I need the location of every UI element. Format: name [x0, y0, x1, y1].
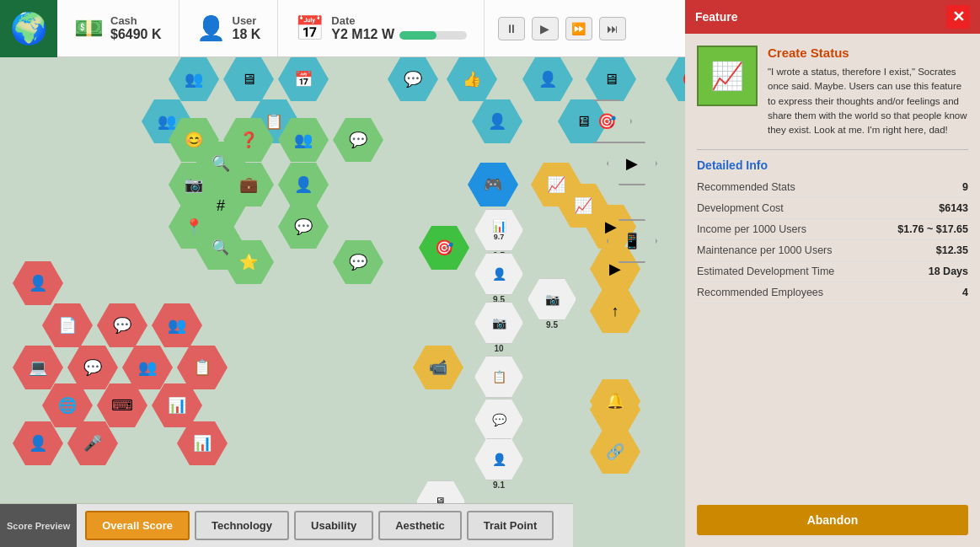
globe-icon: 🌍 [0, 0, 57, 57]
hex-cell[interactable]: 👤 [472, 99, 522, 143]
score-tab-overall-score[interactable]: Overall Score [85, 511, 190, 540]
hex-cell[interactable]: 🖥 [586, 57, 636, 101]
date-progress [399, 31, 436, 40]
date-block: 📅 Date Y2 M12 W [278, 0, 485, 56]
cash-value: $6490 K [110, 27, 162, 42]
close-button[interactable]: ✕ [946, 5, 970, 29]
score-tab-technology[interactable]: Technology [195, 511, 289, 540]
feature-info: Create Status "I wrote a status, therefo… [768, 46, 968, 137]
feature-description: "I wrote a status, therefore I exist," S… [768, 65, 968, 137]
hex-cell[interactable]: 👤 [13, 421, 63, 465]
score-tab-usability[interactable]: Usability [294, 511, 373, 540]
info-row: Estimated Development Time18 Days [697, 261, 968, 282]
hex-cell[interactable]: 👤 [522, 57, 573, 101]
hex-active[interactable]: 🎯 [419, 226, 469, 270]
play-button[interactable]: ▶ [532, 17, 559, 40]
info-row: Recommended Employees4 [697, 282, 968, 303]
score-tab-aesthetic[interactable]: Aesthetic [378, 511, 462, 540]
info-label: Recommended Stats [697, 181, 795, 193]
feature-body: 📈 Create Status "I wrote a status, there… [685, 34, 980, 149]
info-label: Development Cost [697, 202, 784, 214]
date-label: Date [331, 14, 467, 27]
pause-button[interactable]: ⏸ [498, 17, 525, 40]
hex-cell[interactable]: ▶ [607, 142, 657, 185]
hex-cell[interactable]: 💬 [278, 205, 329, 249]
info-label: Estimated Development Time [697, 265, 834, 277]
hex-cell[interactable]: 📄 [42, 303, 93, 347]
hex-cell[interactable]: 👥 [152, 303, 202, 347]
info-value: 4 [962, 287, 968, 298]
detailed-info-header: Detailed Info [685, 150, 980, 177]
info-value: $6143 [939, 202, 968, 214]
feature-icon: 📈 [697, 46, 758, 106]
info-value: $1.76 ~ $17.65 [897, 223, 968, 235]
panel-header: Feature ✕ [685, 0, 980, 34]
cash-label: Cash [110, 14, 162, 27]
info-label: Income per 1000 Users [697, 223, 806, 235]
hex-cell[interactable]: 💬 [333, 240, 383, 284]
hex-cell[interactable]: 💬 [333, 118, 383, 162]
hex-cell[interactable]: 🎤 [67, 421, 118, 465]
feature-panel: Feature ✕ 📈 Create Status "I wrote a sta… [685, 0, 980, 547]
hex-cell[interactable]: 📊 [177, 421, 228, 465]
hex-cell[interactable]: 👤 [13, 261, 63, 305]
abandon-button[interactable]: Abandon [697, 505, 968, 535]
info-label: Maintenance per 1000 Users [697, 244, 833, 256]
hex-cell[interactable]: 👥 [122, 346, 173, 389]
feature-title: Create Status [768, 46, 968, 60]
hex-cell[interactable]: ↑ [590, 289, 640, 333]
fast-forward-button[interactable]: ⏩ [565, 17, 592, 40]
hex-cell[interactable]: 🌐 [42, 383, 93, 427]
cash-block: 💵 Cash $6490 K [57, 0, 179, 56]
hex-cell[interactable]: 💬 [97, 303, 147, 347]
hex-cell[interactable]: 👤 [278, 163, 329, 206]
hex-cell[interactable]: 💬 [67, 346, 118, 389]
hex-cell[interactable]: 👍 [447, 57, 497, 101]
cash-icon: 💵 [74, 14, 104, 42]
date-value: Y2 M12 W [331, 27, 394, 42]
hex-cell[interactable]: 🖥 [223, 57, 274, 101]
info-value: $12.35 [936, 244, 968, 256]
score-tab-trait-point[interactable]: Trait Point [467, 511, 554, 540]
hex-cell[interactable]: 💻 [13, 346, 63, 389]
hex-cell[interactable]: 📹 [413, 346, 463, 389]
topbar: 🌍 💵 Cash $6490 K 👤 User 18 K 📅 Date Y2 M… [0, 0, 691, 57]
hex-cell[interactable]: ⌨ [97, 383, 147, 427]
info-table: Recommended Stats9Development Cost$6143I… [685, 177, 980, 303]
hex-cell[interactable]: 📋 [177, 346, 228, 389]
panel-title: Feature [695, 10, 738, 24]
info-value: 9 [962, 181, 968, 193]
hex-selected[interactable]: 🎮 [468, 163, 518, 206]
user-block: 👤 User 18 K [179, 0, 279, 56]
user-value: 18 K [233, 27, 261, 42]
hex-cell[interactable]: 📅 [278, 57, 329, 101]
playback-controls: ⏸ ▶ ⏩ ⏭ [485, 0, 640, 56]
user-icon: 👤 [196, 14, 226, 42]
info-row: Maintenance per 1000 Users$12.35 [697, 240, 968, 261]
info-row: Development Cost$6143 [697, 198, 968, 219]
hex-cell[interactable]: 👥 [169, 57, 219, 101]
calendar-icon: 📅 [295, 14, 324, 42]
hex-cell[interactable]: 💬 [388, 57, 438, 101]
info-row: Recommended Stats9 [697, 177, 968, 198]
score-preview-label: Score Preview [0, 504, 77, 547]
info-label: Recommended Employees [697, 287, 823, 298]
info-value: 18 Days [929, 265, 968, 277]
hex-cell[interactable]: 🔗 [590, 430, 640, 474]
user-label: User [233, 14, 261, 27]
score-bar: Score Preview Overall ScoreTechnologyUsa… [0, 503, 573, 547]
fastest-button[interactable]: ⏭ [599, 17, 626, 40]
score-tabs: Overall ScoreTechnologyUsabilityAestheti… [77, 504, 562, 547]
hex-cell[interactable]: 📊 [152, 383, 202, 427]
info-row: Income per 1000 Users$1.76 ~ $17.65 [697, 219, 968, 240]
